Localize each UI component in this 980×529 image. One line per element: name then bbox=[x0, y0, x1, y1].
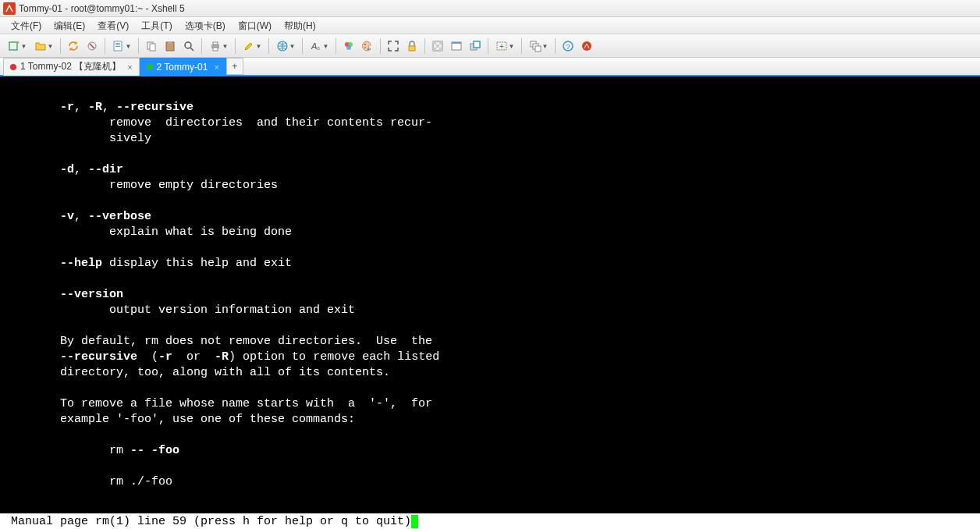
svg-rect-6 bbox=[115, 46, 120, 47]
svg-text:a: a bbox=[317, 45, 320, 51]
add-button[interactable]: +▼ bbox=[492, 37, 517, 55]
dropdown-arrow-icon: ▼ bbox=[289, 43, 296, 50]
svg-rect-5 bbox=[115, 44, 120, 45]
svg-point-23 bbox=[368, 48, 369, 50]
toolbar-separator bbox=[302, 38, 303, 54]
menu-1[interactable]: 编辑(E) bbox=[48, 17, 91, 34]
dropdown-arrow-icon: ▼ bbox=[323, 43, 329, 50]
status-dot-icon bbox=[10, 64, 16, 70]
help-button[interactable]: ? bbox=[559, 37, 577, 55]
svg-rect-8 bbox=[150, 44, 155, 51]
lock-button[interactable] bbox=[403, 37, 421, 55]
svg-rect-4 bbox=[115, 43, 120, 44]
menubar: 文件(F)编辑(E)查看(V)工具(T)选项卡(B)窗口(W)帮助(H) bbox=[0, 17, 980, 34]
open-button[interactable]: ▼ bbox=[31, 37, 56, 55]
toolbar-separator bbox=[424, 38, 425, 54]
close-icon[interactable]: × bbox=[214, 62, 218, 72]
svg-point-11 bbox=[185, 42, 191, 48]
menu-5[interactable]: 窗口(W) bbox=[232, 17, 278, 34]
svg-rect-27 bbox=[439, 41, 442, 44]
svg-rect-28 bbox=[436, 44, 439, 48]
menu-3[interactable]: 工具(T) bbox=[135, 17, 178, 34]
dropdown-arrow-icon: ▼ bbox=[222, 43, 229, 50]
toolbar-separator bbox=[488, 38, 488, 54]
colors-button[interactable] bbox=[340, 37, 357, 55]
cursor bbox=[411, 515, 418, 528]
svg-rect-14 bbox=[213, 48, 218, 51]
status-dot-icon bbox=[147, 64, 153, 70]
svg-text:+: + bbox=[16, 40, 20, 46]
dropdown-arrow-icon: ▼ bbox=[256, 43, 262, 50]
menu-2[interactable]: 查看(V) bbox=[91, 17, 135, 34]
svg-point-20 bbox=[346, 45, 351, 50]
toolbar-separator bbox=[201, 38, 202, 54]
menu-0[interactable]: 文件(F) bbox=[5, 17, 48, 34]
svg-rect-24 bbox=[409, 46, 415, 51]
svg-rect-29 bbox=[433, 48, 436, 51]
toolbar-separator bbox=[521, 38, 522, 54]
menu-6[interactable]: 帮助(H) bbox=[278, 17, 322, 34]
print-button[interactable]: ▼ bbox=[206, 37, 231, 55]
paste-button[interactable] bbox=[162, 37, 179, 55]
dropdown-arrow-icon: ▼ bbox=[126, 43, 132, 50]
dropdown-arrow-icon: ▼ bbox=[542, 43, 549, 50]
svg-rect-10 bbox=[168, 41, 172, 44]
new-session-button[interactable]: +▼ bbox=[5, 37, 30, 55]
toolbar-separator bbox=[555, 38, 556, 54]
always-top-button[interactable] bbox=[467, 37, 484, 55]
svg-rect-30 bbox=[439, 48, 442, 51]
dropdown-arrow-icon: ▼ bbox=[48, 43, 54, 50]
font-button[interactable]: Aa▼ bbox=[307, 37, 332, 55]
cascade-button[interactable]: ▼ bbox=[526, 37, 551, 55]
disconnect-button[interactable] bbox=[83, 37, 101, 55]
svg-point-22 bbox=[364, 47, 366, 48]
menu-4[interactable]: 选项卡(B) bbox=[179, 17, 232, 34]
transparent-button[interactable] bbox=[429, 37, 446, 55]
palette-button[interactable] bbox=[359, 37, 376, 55]
session-tab-0[interactable]: 1 Tommy-02 【克隆机】× bbox=[3, 58, 140, 76]
toolbar-separator bbox=[60, 38, 61, 54]
toolbar: +▼▼▼▼▼▼Aa▼+▼▼? bbox=[0, 34, 980, 58]
fullscreen-button[interactable] bbox=[385, 37, 402, 55]
svg-text:?: ? bbox=[566, 43, 570, 51]
status-text: Manual page rm(1) line 59 (press h for h… bbox=[11, 515, 411, 528]
man-page-status: Manual page rm(1) line 59 (press h for h… bbox=[0, 513, 980, 529]
dropdown-arrow-icon: ▼ bbox=[509, 43, 515, 50]
about-button[interactable] bbox=[578, 37, 595, 55]
close-icon[interactable]: × bbox=[127, 62, 132, 72]
search-button[interactable] bbox=[180, 37, 197, 55]
svg-point-21 bbox=[364, 44, 366, 45]
toolbar-separator bbox=[336, 38, 336, 54]
add-tab-button[interactable]: + bbox=[226, 58, 243, 75]
svg-point-42 bbox=[582, 41, 591, 51]
toolbar-separator bbox=[105, 38, 105, 54]
tab-label: 2 Tommy-01 bbox=[157, 62, 208, 73]
svg-rect-39 bbox=[535, 46, 541, 51]
toolbar-separator bbox=[235, 38, 236, 54]
toolbar-separator bbox=[268, 38, 269, 54]
titlebar-text: Tommy-01 - root@tommy01:~ - Xshell 5 bbox=[19, 3, 185, 14]
properties-button[interactable]: ▼ bbox=[109, 37, 134, 55]
tabbar: 1 Tommy-02 【克隆机】×2 Tommy-01×+ bbox=[0, 58, 980, 76]
svg-rect-26 bbox=[433, 41, 436, 44]
session-tab-1[interactable]: 2 Tommy-01× bbox=[140, 58, 226, 76]
titlebar: Tommy-01 - root@tommy01:~ - Xshell 5 bbox=[0, 0, 980, 17]
dropdown-arrow-icon: ▼ bbox=[21, 43, 27, 50]
svg-text:+: + bbox=[499, 42, 504, 51]
svg-rect-32 bbox=[452, 42, 461, 44]
highlight-button[interactable]: ▼ bbox=[240, 37, 265, 55]
tab-label: 1 Tommy-02 【克隆机】 bbox=[20, 60, 121, 73]
svg-rect-13 bbox=[213, 42, 218, 44]
app-icon bbox=[3, 2, 16, 15]
reconnect-button[interactable] bbox=[65, 37, 82, 55]
web-button[interactable]: ▼ bbox=[273, 37, 298, 55]
toolbar-separator bbox=[138, 38, 139, 54]
svg-rect-34 bbox=[474, 41, 480, 48]
toolbar-separator bbox=[380, 38, 381, 54]
terminal-output[interactable]: -r, -R, --recursive remove directories a… bbox=[0, 76, 980, 490]
copy-button[interactable] bbox=[143, 37, 160, 55]
simple-button[interactable] bbox=[448, 37, 465, 55]
